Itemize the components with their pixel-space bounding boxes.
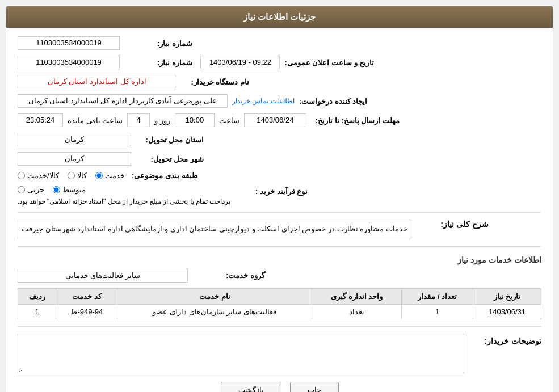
- cell-date: 1403/06/31: [473, 304, 541, 319]
- deadline-date: 1403/06/24: [244, 113, 306, 127]
- description-label: شرح کلی نیاز:: [421, 220, 489, 229]
- creator-value: علی پورمرعی آبادی کاربرداز اداره کل استا…: [18, 94, 228, 108]
- back-button[interactable]: بازگشت: [221, 382, 281, 392]
- province-row: استان محل تحویل: کرمان: [18, 133, 541, 146]
- category-option-service[interactable]: خدمت: [95, 171, 125, 180]
- city-label: شهر محل تحویل:: [136, 155, 204, 163]
- col-date: تاریخ نیاز: [473, 288, 541, 304]
- need-number-label: شماره نیاز:: [124, 39, 192, 48]
- services-table: تاریخ نیاز تعداد / مقدار واحد اندازه گیر…: [18, 288, 541, 319]
- process-option-medium[interactable]: متوسط: [53, 186, 86, 194]
- divider3: [18, 326, 541, 327]
- days-label: روز و: [154, 116, 170, 125]
- announcement-label: تاریخ و ساعت اعلان عمومی:: [284, 58, 374, 67]
- creator-link[interactable]: اطلاعات تماس خریدار: [232, 97, 295, 105]
- process-option-minor[interactable]: جزیی: [18, 186, 44, 194]
- category-option-both[interactable]: کالا/خدمت: [18, 171, 59, 180]
- province-value: کرمان: [18, 133, 131, 146]
- col-row: ردیف: [18, 288, 56, 304]
- col-qty: تعداد / مقدار: [402, 288, 473, 304]
- cell-name: فعالیت‌های سایر سازمان‌های دارای عضو: [117, 304, 312, 319]
- deadline-remaining: 23:05:24: [18, 113, 63, 127]
- city-value: کرمان: [18, 152, 131, 166]
- creator-row: ایجاد کننده درخواست: اطلاعات تماس خریدار…: [18, 94, 541, 108]
- page-header: جزئیات اطلاعات نیاز: [6, 6, 553, 28]
- announcement-value: 1403/06/19 - 09:22: [200, 56, 280, 69]
- deadline-time: 10:00: [175, 113, 215, 127]
- category-both-radio[interactable]: [18, 172, 25, 179]
- description-value: خدمات مشاوره نظارت در خصوص اجرای اسکلت و…: [18, 220, 411, 239]
- announcement-row: تاریخ و ساعت اعلان عمومی: 1403/06/19 - 0…: [18, 56, 541, 69]
- category-service-label: خدمت: [105, 171, 125, 180]
- deadline-label: مهلت ارسال پاسخ: تا تاریخ:: [316, 116, 400, 125]
- services-title: اطلاعات خدمات مورد نیاز: [18, 255, 541, 264]
- category-goods-radio[interactable]: [68, 172, 75, 179]
- divider2: [18, 246, 541, 247]
- cell-row: 1: [18, 304, 56, 319]
- province-label: استان محل تحویل:: [136, 136, 204, 144]
- print-button[interactable]: چاپ: [290, 382, 339, 392]
- buyer-org-label: نام دستگاه خریدار:: [181, 78, 249, 86]
- category-both-label: کالا/خدمت: [27, 171, 59, 180]
- category-radio-group: خدمت کالا کالا/خدمت: [18, 171, 125, 180]
- col-unit: واحد اندازه گیری: [312, 288, 402, 304]
- table-row: 1403/06/31 1 تعداد فعالیت‌های سایر سازما…: [18, 304, 541, 319]
- page-title: جزئیات اطلاعات نیاز: [243, 12, 316, 22]
- process-medium-radio[interactable]: [53, 186, 60, 193]
- buttons-row: چاپ بازگشت: [18, 382, 541, 392]
- category-row: طبقه بندی موضوعی: خدمت کالا کالا/خدمت: [18, 171, 541, 180]
- need-number-value: 1103003534000019: [18, 36, 120, 50]
- deadline-row: مهلت ارسال پاسخ: تا تاریخ: 1403/06/24 سا…: [18, 113, 541, 127]
- buyer-org-value: اداره کل استاندارد استان کرمان: [18, 75, 176, 88]
- need-number-label2: شماره نیاز:: [124, 58, 192, 67]
- need-number-value2: 1103003534000019: [18, 56, 120, 69]
- deadline-days: 4: [127, 113, 150, 127]
- process-medium-label: متوسط: [62, 186, 86, 194]
- service-group-value: سایر فعالیت‌های خدماتی: [18, 269, 188, 283]
- description-row: شرح کلی نیاز: خدمات مشاوره نظارت در خصوص…: [18, 220, 541, 239]
- service-group-row: گروه خدمت: سایر فعالیت‌های خدماتی: [18, 269, 541, 283]
- buyer-org-row: نام دستگاه خریدار: اداره کل استاندارد اس…: [18, 75, 541, 88]
- category-option-goods[interactable]: کالا: [68, 171, 87, 180]
- process-type-row: نوع فرآیند خرید : متوسط جزیی پرداخت تمام…: [18, 186, 541, 205]
- remaining-label: ساعت باقی مانده: [68, 116, 123, 125]
- creator-label: ایجاد کننده درخواست:: [299, 97, 368, 106]
- process-minor-radio[interactable]: [18, 186, 25, 193]
- time-label: ساعت: [219, 116, 239, 125]
- cell-unit: تعداد: [312, 304, 402, 319]
- category-label: طبقه بندی موضوعی:: [129, 171, 197, 180]
- cell-qty: 1: [402, 304, 473, 319]
- buyer-desc-row: توضیحات خریدار:: [18, 334, 541, 373]
- service-group-label: گروه خدمت:: [197, 271, 265, 280]
- category-service-radio[interactable]: [95, 172, 103, 179]
- category-goods-label: کالا: [77, 171, 87, 180]
- process-radio-group: متوسط جزیی: [18, 186, 86, 194]
- city-row: شهر محل تحویل: کرمان: [18, 152, 541, 166]
- divider1: [18, 212, 541, 213]
- buyer-desc-label: توضیحات خریدار:: [473, 334, 541, 345]
- col-code: کد خدمت: [56, 288, 117, 304]
- buyer-desc-input[interactable]: [18, 334, 464, 373]
- cell-code: 949-94-ط: [56, 304, 117, 319]
- process-type-label: نوع فرآیند خرید :: [239, 186, 308, 196]
- col-name: نام خدمت: [117, 288, 312, 304]
- process-note: پرداخت تمام یا بخشی از مبلغ خریدار از مح…: [18, 197, 230, 205]
- need-number-row: شماره نیاز: 1103003534000019: [18, 36, 541, 50]
- process-minor-label: جزیی: [27, 186, 44, 194]
